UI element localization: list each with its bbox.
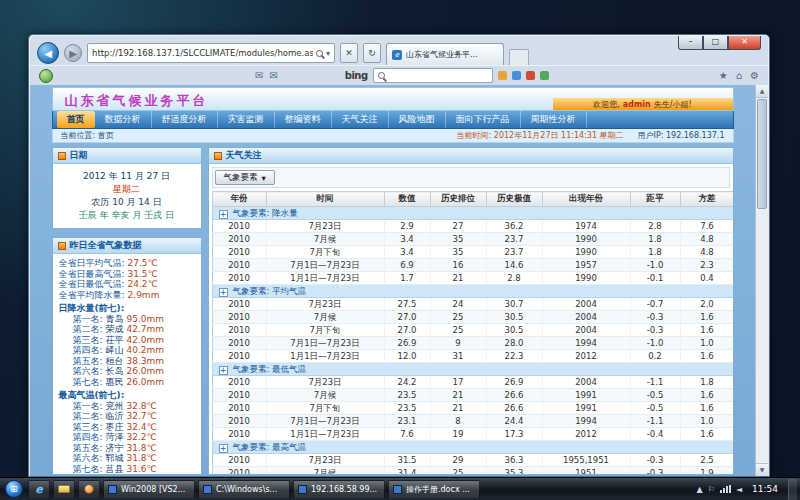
welcome-username: admin — [623, 100, 651, 109]
table-section-row[interactable]: +气象要素: 最低气温 — [212, 363, 733, 376]
toolbar-app-icon-3[interactable] — [526, 71, 535, 80]
rank-label: 第四名: — [73, 432, 103, 442]
new-tab-button[interactable] — [509, 49, 529, 65]
toolbar-logo-icon[interactable] — [39, 69, 53, 83]
expand-icon[interactable]: + — [219, 210, 228, 219]
address-bar[interactable]: http://192.168.137.1/SLCCLIMATE/modules/… — [87, 43, 335, 63]
stop-button[interactable]: ✕ — [340, 43, 358, 63]
table-cell: 2004 — [542, 311, 630, 324]
nav-item[interactable]: 周期性分析 — [521, 111, 587, 128]
table-cell: 7月候 — [266, 233, 384, 246]
station-value: 31.6℃ — [127, 464, 157, 474]
minimize-button[interactable]: – — [678, 36, 703, 50]
ie-taskbar-icon[interactable]: e — [28, 480, 50, 499]
network-icon[interactable] — [720, 485, 731, 493]
table-cell: 27.0 — [384, 324, 430, 337]
scrollbar-thumb[interactable] — [757, 99, 767, 209]
bing-search-input[interactable] — [373, 68, 493, 83]
address-dropdown-icon[interactable]: ▾ — [326, 49, 330, 58]
nav-item[interactable]: 舒适度分析 — [152, 111, 218, 128]
scroll-down-icon[interactable]: ▼ — [756, 463, 768, 476]
element-filter-button[interactable]: 气象要素 ▾ — [215, 170, 275, 185]
rank-label: 第六名: — [73, 453, 103, 463]
table-cell: 24.2 — [384, 376, 430, 389]
taskbar-window-button[interactable]: 192.168.58.99... — [293, 480, 385, 499]
table-cell: 0.4 — [680, 272, 733, 285]
taskbar-window-button[interactable]: Win2008 [VS2... — [103, 480, 195, 499]
start-button[interactable]: ⊞ — [5, 480, 23, 498]
table-cell: 25 — [430, 467, 486, 475]
table-cell: 2010 — [212, 467, 266, 475]
mail-icon[interactable]: ✉ — [255, 70, 263, 81]
table-row: 20107月1日—7月23日23.1824.41994-1.11.0 — [212, 415, 733, 428]
search-icon[interactable] — [316, 50, 323, 57]
action-center-flag-icon[interactable]: ⚐ — [708, 485, 715, 494]
table-cell: 35 — [430, 246, 486, 259]
home-icon[interactable]: ⌂ — [736, 70, 742, 81]
close-button[interactable]: ✕ — [728, 36, 761, 50]
station-name: 桓台 — [106, 356, 124, 366]
forward-button[interactable]: ▶ — [64, 44, 82, 62]
clock[interactable]: 11:54 — [747, 484, 783, 494]
table-section-row[interactable]: +气象要素: 最高气温 — [212, 441, 733, 454]
weather-summary: 全省日平均气温:27.5℃全省日最高气温:31.5℃全省日最低气温:24.2℃全… — [59, 258, 199, 300]
table-cell: -1.0 — [630, 337, 680, 350]
gear-icon[interactable]: ⚙ — [750, 70, 759, 81]
table-cell: 1991 — [542, 389, 630, 402]
back-button[interactable]: ◀ — [37, 42, 59, 64]
nav-item[interactable]: 整编资料 — [275, 111, 332, 128]
nav-item[interactable]: 面向下行产品 — [446, 111, 521, 128]
send-mail-icon[interactable]: ✉ — [269, 70, 277, 81]
nav-item[interactable]: 灾害监测 — [218, 111, 275, 128]
table-row: 20107月23日2.92736.219742.87.6 — [212, 220, 733, 233]
table-cell: -1.1 — [630, 415, 680, 428]
nav-item[interactable]: 数据分析 — [95, 111, 152, 128]
rank-label: 第三名: — [73, 422, 103, 432]
refresh-button[interactable]: ↻ — [363, 43, 381, 63]
table-cell: 2010 — [212, 402, 266, 415]
bing-search-icon[interactable] — [378, 72, 385, 79]
media-player-taskbar-icon[interactable] — [78, 480, 100, 499]
table-cell: 19 — [430, 428, 486, 441]
nav-item[interactable]: 天气关注 — [332, 111, 389, 128]
vertical-scrollbar[interactable]: ▲ ▼ — [755, 85, 768, 476]
tray-up-icon[interactable]: ▲ — [697, 485, 703, 494]
window-title: 192.168.58.99... — [311, 485, 377, 494]
table-section-row[interactable]: +气象要素: 降水量 — [212, 207, 733, 220]
table-cell: 2010 — [212, 415, 266, 428]
rank-label: 第三名: — [73, 335, 103, 345]
table-cell: 31.4 — [384, 467, 430, 475]
table-cell: 1990 — [542, 233, 630, 246]
toolbar-app-icon-4[interactable] — [540, 71, 549, 80]
weather-summary-label: 全省日最低气温: — [59, 279, 125, 289]
toolbar-app-icon-2[interactable] — [512, 71, 521, 80]
table-row: 20107月候31.42535.31951-0.31.9 — [212, 467, 733, 475]
explorer-taskbar-icon[interactable] — [53, 480, 75, 499]
taskbar-window-button[interactable]: 操作手册.docx ... — [388, 480, 480, 499]
window-title: Win2008 [VS2... — [121, 485, 185, 494]
table-cell: 26.9 — [384, 337, 430, 350]
table-cell: 31.5 — [384, 454, 430, 467]
browser-tab[interactable]: e 山东省气候业务平... — [386, 43, 504, 65]
ganzhi-line: 壬辰 年 辛亥 月 壬戌 日 — [55, 209, 199, 222]
favorites-star-icon[interactable]: ★ — [719, 70, 728, 81]
maximize-button[interactable]: □ — [703, 36, 728, 50]
taskbar-window-button[interactable]: C:\Windows\s... — [198, 480, 290, 499]
nav-item[interactable]: 风险地图 — [389, 111, 446, 128]
table-cell: 2.9 — [384, 220, 430, 233]
table-section-row[interactable]: +气象要素: 平均气温 — [212, 285, 733, 298]
toolbar-app-icon-1[interactable] — [498, 71, 507, 80]
scroll-up-icon[interactable]: ▲ — [756, 85, 768, 98]
table-cell: 3.4 — [384, 246, 430, 259]
table-cell: 9 — [430, 337, 486, 350]
expand-icon[interactable]: + — [219, 288, 228, 297]
nav-item[interactable]: 首页 — [57, 111, 95, 128]
show-desktop-button[interactable] — [788, 479, 797, 500]
volume-icon[interactable]: ◄ — [736, 485, 742, 494]
table-cell: 1955,1951 — [542, 454, 630, 467]
expand-icon[interactable]: + — [219, 444, 228, 453]
table-cell: 7月23日 — [266, 376, 384, 389]
table-cell: -0.4 — [630, 428, 680, 441]
expand-icon[interactable]: + — [219, 366, 228, 375]
tab-favicon-icon: e — [392, 50, 402, 60]
